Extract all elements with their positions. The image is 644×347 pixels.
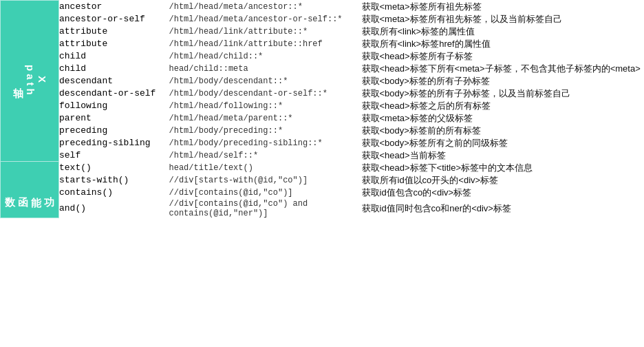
description: 获取<head>标签下所有<meta>子标签，不包含其他子标签内的<meta> <box>362 63 644 75</box>
xpath-expression: /html/head/self::* <box>169 149 362 162</box>
description: 获取所有id值以co开头的<div>标签 <box>362 174 644 187</box>
xpath-expression: /html/head/child::* <box>169 50 362 63</box>
description: 获取<head>标签所有子标签 <box>362 50 644 63</box>
description: 获取所有<link>标签的属性值 <box>362 25 644 38</box>
xpath-expression: /html/head/link/attribute::* <box>169 25 362 38</box>
table-row: and()//div[contains(@id,"co") and contai… <box>1 199 644 218</box>
table-row: attribute/html/head/link/attribute::href… <box>1 38 644 50</box>
description: 获取<head>标签下<title>标签中的文本信息 <box>362 162 644 174</box>
table-row: preceding/html/body/preceding::*获取<body>… <box>1 125 644 137</box>
table-row: attribute/html/head/link/attribute::*获取所… <box>1 25 644 38</box>
xpath-expression: /html/head/following::* <box>169 100 362 112</box>
table-row: descendant/html/body/descendant::*获取<bod… <box>1 75 644 87</box>
axis-name: ancestor-or-self <box>59 13 169 25</box>
axis-name: descendant <box>59 75 169 87</box>
table-row: descendant-or-self/html/body/descendant-… <box>1 87 644 100</box>
axis-name: parent <box>59 112 169 125</box>
description: 获取id值同时包含co和ner的<div>标签 <box>362 199 644 218</box>
xpath-expression: /html/body/descendant-or-self::* <box>169 87 362 100</box>
xpath-expression: /html/head/meta/ancestor-or-self::* <box>169 13 362 25</box>
description: 获取<head>当前标签 <box>362 149 644 162</box>
description: 获取<body>标签所有之前的同级标签 <box>362 137 644 149</box>
axis-name: following <box>59 100 169 112</box>
table-row: preceding-sibling/html/body/preceding-si… <box>1 137 644 149</box>
xpath-expression: head/child::meta <box>169 63 362 75</box>
axis-name: attribute <box>59 25 169 38</box>
description: 获取<meta>标签所有祖先标签，以及当前标签自己 <box>362 13 644 25</box>
table-row: childhead/child::meta获取<head>标签下所有<meta>… <box>1 63 644 75</box>
axis-name: child <box>59 63 169 75</box>
description: 获取id值包含co的<div>标签 <box>362 187 644 199</box>
xpath-expression: /html/head/meta/parent::* <box>169 112 362 125</box>
description: 获取所有<link>标签href的属性值 <box>362 38 644 50</box>
description: 获取<meta>标签的父级标签 <box>362 112 644 125</box>
xpath-expression: /html/body/descendant::* <box>169 75 362 87</box>
description: 获取<meta>标签所有祖先标签 <box>362 1 644 13</box>
xpath-expression: /html/body/preceding::* <box>169 125 362 137</box>
xpath-expression: /html/body/preceding-sibling::* <box>169 137 362 149</box>
table-row: child/html/head/child::*获取<head>标签所有子标签 <box>1 50 644 63</box>
table-row: parent/html/head/meta/parent::*获取<meta>标… <box>1 112 644 125</box>
table-row: following/html/head/following::*获取<head>… <box>1 100 644 112</box>
section-label: X path 轴 <box>1 1 59 162</box>
axis-name: and() <box>59 199 169 218</box>
description: 获取<body>标签的所有子孙标签，以及当前标签自己 <box>362 87 644 100</box>
section-label: 功 能 函 数 <box>1 162 59 218</box>
axis-name: preceding-sibling <box>59 137 169 149</box>
axis-name: attribute <box>59 38 169 50</box>
axis-name: preceding <box>59 125 169 137</box>
table-row: ancestor-or-self/html/head/meta/ancestor… <box>1 13 644 25</box>
xpath-expression: /html/head/meta/ancestor::* <box>169 1 362 13</box>
xpath-expression: //div[starts-with(@id,"co")] <box>169 174 362 187</box>
description: 获取<body>标签前的所有标签 <box>362 125 644 137</box>
xpath-expression: //div[contains(@id,"co") and contains(@i… <box>169 199 362 218</box>
xpath-expression: head/title/text() <box>169 162 362 174</box>
description: 获取<head>标签之后的所有标签 <box>362 100 644 112</box>
description: 获取<body>标签的所有子孙标签 <box>362 75 644 87</box>
axis-name: descendant-or-self <box>59 87 169 100</box>
table-row: starts-with()//div[starts-with(@id,"co")… <box>1 174 644 187</box>
axis-name: ancestor <box>59 1 169 13</box>
xpath-expression: /html/head/link/attribute::href <box>169 38 362 50</box>
table-row: 功 能 函 数text()head/title/text()获取<head>标签… <box>1 162 644 174</box>
table-row: X path 轴ancestor/html/head/meta/ancestor… <box>1 1 644 13</box>
xpath-expression: //div[contains(@id,"co")] <box>169 187 362 199</box>
axis-name: self <box>59 149 169 162</box>
axis-name: starts-with() <box>59 174 169 187</box>
table-row: self/html/head/self::*获取<head>当前标签 <box>1 149 644 162</box>
axis-name: contains() <box>59 187 169 199</box>
axis-name: child <box>59 50 169 63</box>
main-table: X path 轴ancestor/html/head/meta/ancestor… <box>0 0 644 218</box>
table-row: contains()//div[contains(@id,"co")]获取id值… <box>1 187 644 199</box>
axis-name: text() <box>59 162 169 174</box>
